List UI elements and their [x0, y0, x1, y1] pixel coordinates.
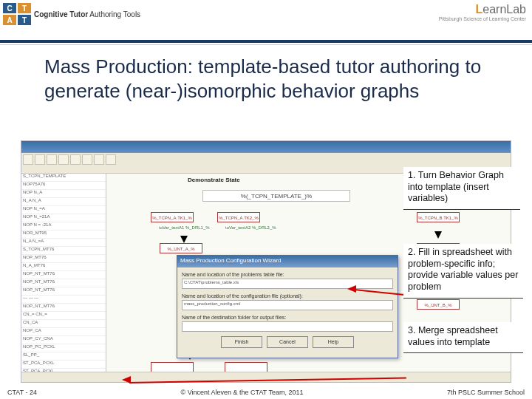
graph-node: %_TCPN_A.TK1_%	[151, 212, 194, 222]
spreadsheet-row: NOR_MT95	[21, 231, 106, 239]
toolbar-icon	[70, 154, 81, 165]
header-rule	[0, 40, 532, 43]
graph-edge-label: toVar_textA1 %_DRL1_%	[158, 225, 211, 230]
graph-node: %_UNT_B_%	[417, 299, 460, 310]
spreadsheet-row: NOP_CY_CNA	[21, 336, 106, 344]
help-button[interactable]: Help	[313, 336, 354, 348]
spreadsheet-row: CN_CA	[21, 320, 106, 328]
spreadsheet-row: NOP75A76	[21, 182, 106, 190]
window-titlebar	[21, 141, 511, 153]
arrow-down-icon	[180, 236, 188, 243]
slide-title: Mass Production: template-based tutor au…	[0, 55, 532, 103]
footer-center: © Vincent Aleven & the CTAT Team, 2011	[181, 389, 304, 396]
template-titlebar: %(_TCPN_TEMPLATE_)%	[202, 190, 350, 202]
ctat-logo: C T A T	[3, 3, 31, 25]
header-gap	[0, 44, 532, 55]
learnlab-title: LearnLab	[439, 3, 526, 16]
spreadsheet-row: NOP_NT_MT76	[21, 304, 106, 312]
ctat-c-icon: C	[3, 3, 16, 13]
spreadsheet-row: NOP_MT76	[21, 255, 106, 263]
graph-node	[225, 362, 267, 372]
slide-header: C T A T Cognitive Tutor Authoring Tools …	[0, 0, 532, 40]
toolbar-icon	[35, 154, 45, 165]
spreadsheet-row: NOP N_A	[21, 190, 106, 198]
spreadsheet-row: NOP N_=21A	[21, 214, 106, 222]
spreadsheet-row: NOP_NT_MT76	[21, 287, 106, 296]
spreadsheet-row: NOP_CA	[21, 328, 106, 336]
ctat-tagline-bold: Cognitive Tutor	[34, 10, 88, 18]
ctat-t1-icon: T	[18, 3, 31, 13]
spreadsheet-row: CN_= CN_=	[21, 312, 106, 320]
finish-button[interactable]: Finish	[221, 336, 262, 348]
ctat-t2-icon: T	[18, 15, 31, 25]
wizard-label-1: Name and location of the problems table …	[182, 272, 393, 277]
spreadsheet-row: NOP N = -21A	[21, 222, 106, 231]
spreadsheet-row: NOP N_=A	[21, 206, 106, 214]
learnlab-lead: L	[476, 3, 483, 16]
graph-node: %_TCPN_B.TK1_%	[417, 212, 460, 222]
ctat-logo-block: C T A T Cognitive Tutor Authoring Tools	[3, 3, 140, 25]
spreadsheet-row: N_A N_=A	[21, 239, 106, 247]
toolbar-icon	[94, 154, 104, 165]
spreadsheet-row: NOP_NT_MT76	[21, 271, 106, 279]
wizard-field-1[interactable]: C:\CTAT\problems_table.xls	[182, 279, 393, 289]
learnlab-rest: earnLab	[482, 3, 526, 16]
graph-node: %_TCPN_A.TK2_%	[217, 212, 260, 222]
footer-right: 7th PSLC Summer School	[447, 389, 525, 396]
spreadsheet-row: --- --- ---	[21, 296, 106, 304]
learnlab-subtitle: Pittsburgh Science of Learning Center	[439, 16, 526, 21]
ctat-tagline-rest: Authoring Tools	[88, 10, 140, 18]
spreadsheet-row: NOP_PC_PCXL	[21, 344, 106, 352]
wizard-label-3: Name of the destination folder for outpu…	[182, 315, 393, 320]
wizard-field-2[interactable]: mass_production_config.xml	[182, 300, 393, 310]
callout-1: 1. Turn Behavior Graph into template (in…	[403, 167, 520, 210]
graph-node	[151, 362, 194, 372]
spreadsheet-row: N_A_MT76	[21, 263, 106, 271]
toolbar-icon	[58, 154, 69, 165]
spreadsheet-row: S_TCPN_TEMPLATE	[21, 174, 106, 182]
toolbar-icon	[47, 154, 57, 165]
spreadsheet-row: S_TCPN_MT76	[21, 247, 106, 255]
spreadsheet-row: ST_PCA_PCXL	[21, 361, 106, 369]
ctat-a-icon: A	[3, 15, 16, 25]
ctat-tagline: Cognitive Tutor Authoring Tools	[34, 10, 140, 18]
footer-left: CTAT - 24	[7, 389, 37, 396]
spreadsheet-row: SL_PP_	[21, 352, 106, 361]
wizard-dialog: Mass Production Configuration Wizard Nam…	[177, 255, 398, 358]
callout-2: 2. Fill in spreadsheet with problem-spec…	[403, 244, 523, 299]
arrow-down-icon	[434, 231, 442, 239]
spreadsheet-panel: S_TCPN_TEMPLATENOP75A76NOP N_AN_A N_ANOP…	[21, 174, 106, 372]
toolbar-icon	[106, 154, 116, 165]
wizard-body: Name and location of the problems table …	[177, 267, 398, 352]
slide-footer: CTAT - 24 © Vincent Aleven & the CTAT Te…	[0, 386, 532, 399]
demonstrate-label: Demonstrate State	[188, 177, 240, 183]
cancel-button[interactable]: Cancel	[267, 336, 308, 348]
callout-3: 3. Merge spreadsheet values into templat…	[403, 322, 523, 353]
toolbar-icon	[23, 154, 33, 165]
wizard-label-2: Name and location of the configuration f…	[182, 293, 393, 299]
wizard-buttons: Finish Cancel Help	[182, 336, 393, 348]
spreadsheet-row: N_A N_A	[21, 198, 106, 206]
spreadsheet-row: NOP_NT_MT76	[21, 279, 106, 287]
graph-edge-label: toVar_textA2 %_DRL2_%	[225, 225, 277, 230]
toolbar-icon	[82, 154, 92, 165]
wizard-titlebar: Mass Production Configuration Wizard	[177, 256, 398, 267]
graph-node: %_UNT_A_%	[160, 243, 202, 253]
learnlab-logo: LearnLab Pittsburgh Science of Learning …	[439, 3, 526, 21]
wizard-field-3[interactable]	[182, 321, 393, 332]
